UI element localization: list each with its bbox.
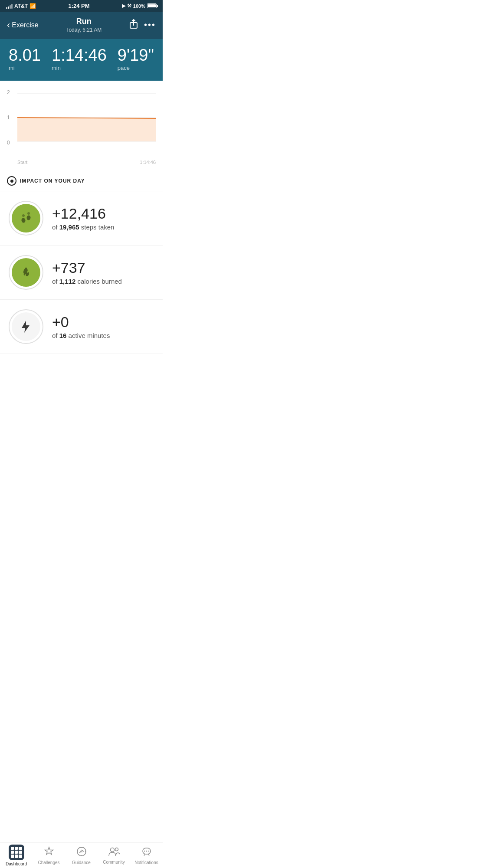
- impact-header: IMPACT ON YOUR DAY: [0, 169, 163, 191]
- signal-icon: [6, 3, 13, 9]
- impact-section: IMPACT ON YOUR DAY +12,416 of 19,965 ste…: [0, 169, 163, 354]
- time-label: 1:24 PM: [68, 3, 89, 9]
- active-metric-row: +0 of 16 active minutes: [0, 300, 163, 354]
- pace-stat: 9'19" pace: [118, 47, 154, 71]
- steps-metric-text: +12,416 of 19,965 steps taken: [52, 206, 154, 231]
- distance-stat: 8.01 mi: [9, 47, 41, 71]
- duration-value: 1:14:46: [52, 46, 107, 64]
- distance-value: 8.01: [9, 46, 41, 64]
- steps-icon-wrapper: [9, 201, 43, 236]
- chart-y-label-1: 1: [7, 115, 10, 121]
- distance-unit: mi: [9, 65, 41, 71]
- calories-metric-row: +737 of 1,112 calories burned: [0, 246, 163, 300]
- chart-y-label-2: 2: [7, 89, 10, 95]
- calories-metric-text: +737 of 1,112 calories burned: [52, 260, 154, 285]
- page-title: Run: [66, 17, 102, 26]
- calories-value: +737: [52, 260, 154, 276]
- svg-point-10: [27, 212, 30, 215]
- steps-desc: of 19,965 steps taken: [52, 223, 154, 231]
- back-button[interactable]: ‹ Exercise: [7, 20, 39, 31]
- pace-value: 9'19": [118, 46, 154, 64]
- carrier-label: AT&T: [14, 3, 28, 9]
- more-button[interactable]: •••: [144, 20, 156, 30]
- active-value: +0: [52, 314, 154, 330]
- location-icon: ▶: [122, 3, 125, 9]
- alarm-icon: ⚒: [127, 3, 131, 9]
- steps-value: +12,416: [52, 206, 154, 222]
- stats-header: 8.01 mi 1:14:46 min 9'19" pace: [0, 39, 163, 81]
- nav-title-group: Run Today, 6:21 AM: [66, 17, 102, 33]
- page-subtitle: Today, 6:21 AM: [66, 27, 102, 33]
- active-icon: [12, 312, 40, 341]
- chart-x-label-start: Start: [17, 160, 27, 165]
- chart-area: 2 1 0 Start 1:14:46: [0, 81, 163, 169]
- duration-stat: 1:14:46 min: [52, 47, 107, 71]
- battery-percent: 100%: [133, 3, 145, 9]
- steps-metric-row: +12,416 of 19,965 steps taken: [0, 191, 163, 246]
- status-right: ▶ ⚒ 100%: [122, 3, 157, 9]
- chart-svg: [17, 89, 156, 146]
- impact-icon: [7, 176, 16, 186]
- active-metric-text: +0 of 16 active minutes: [52, 314, 154, 339]
- nav-header: ‹ Exercise Run Today, 6:21 AM •••: [0, 12, 163, 39]
- calories-desc: of 1,112 calories burned: [52, 278, 154, 285]
- calories-icon-wrapper: [9, 255, 43, 290]
- steps-icon: [12, 204, 40, 233]
- duration-unit: min: [52, 65, 107, 71]
- pace-unit: pace: [118, 65, 154, 71]
- active-desc: of 16 active minutes: [52, 332, 154, 339]
- battery-icon: [147, 3, 157, 8]
- chart-x-label-end: 1:14:46: [140, 160, 156, 165]
- chart-y-label-0: 0: [7, 140, 10, 146]
- back-arrow-icon: ‹: [7, 20, 10, 31]
- svg-marker-11: [22, 321, 29, 333]
- svg-point-7: [21, 218, 26, 223]
- share-button[interactable]: [129, 19, 138, 31]
- status-left: AT&T 📶: [6, 3, 36, 9]
- back-label: Exercise: [12, 21, 38, 29]
- status-bar: AT&T 📶 1:24 PM ▶ ⚒ 100%: [0, 0, 163, 12]
- active-icon-wrapper: [9, 309, 43, 344]
- svg-marker-5: [17, 118, 156, 141]
- svg-point-8: [26, 215, 31, 220]
- impact-title: IMPACT ON YOUR DAY: [20, 178, 85, 184]
- calories-icon: [12, 258, 40, 287]
- svg-point-9: [22, 214, 25, 217]
- wifi-icon: 📶: [29, 3, 36, 9]
- nav-actions: •••: [129, 19, 156, 31]
